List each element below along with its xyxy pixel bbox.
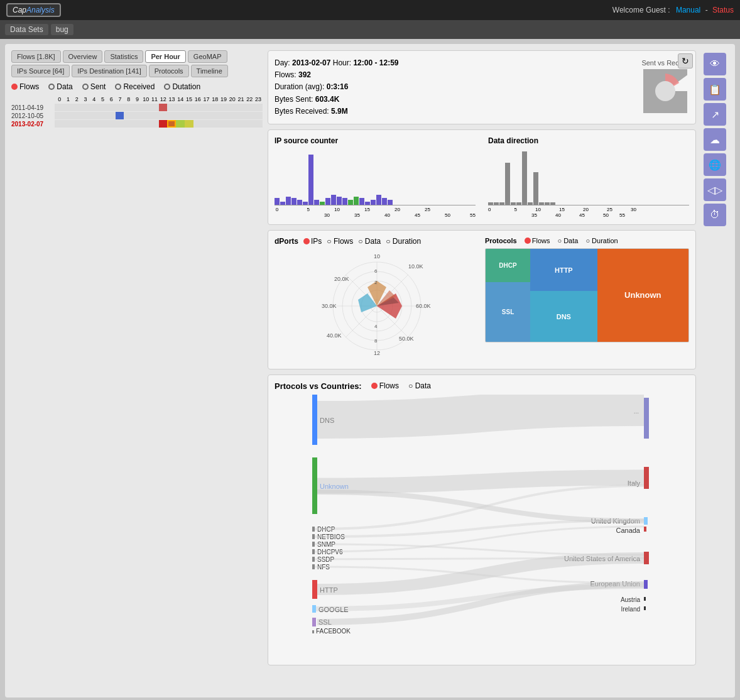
svg-rect-29 [312,534,315,539]
dports-duration-radio[interactable]: ○ Duration [386,237,421,246]
svg-rect-33 [312,549,315,554]
status-link[interactable]: Status [712,6,734,14]
manual-link[interactable]: Manual [676,6,700,14]
charts-row: IP source counter [268,129,696,225]
proto-data-radio[interactable]: ○ Data [557,237,578,244]
svg-rect-48 [644,398,649,439]
hour-value: 12:00 - 12:59 [353,58,398,67]
tab-flows[interactable]: Flows [1.8K] [11,50,61,63]
svg-rect-31 [312,542,315,547]
tab-bar: Flows [1.8K] Overview Statistics Per Hou… [11,50,263,77]
reload-button[interactable]: ↻ [678,53,693,68]
filter-sent[interactable]: Sent [82,82,106,91]
tab-overview[interactable]: Overview [63,50,103,63]
svg-text:60.0K: 60.0K [416,303,431,309]
nav-datasets[interactable]: Data Sets [5,24,48,35]
svg-rect-60 [644,597,646,601]
filter-dutation[interactable]: Dutation [164,82,200,91]
cloud-button[interactable]: ☁ [704,128,726,151]
sent-recv-pie [643,69,687,113]
svg-rect-52 [644,517,648,525]
svg-rect-27 [312,527,315,532]
svg-rect-50 [644,467,649,489]
dports-data-radio[interactable]: ○ Data [358,237,381,246]
bytes-recv-value: 5.9M [331,107,348,116]
radio-filter-bar: Flows Data Sent Received Dutation [11,82,263,91]
tab-geomap[interactable]: GeoMAP [188,50,227,63]
filter-sent-label: Sent [90,82,106,91]
share-button[interactable]: ↗ [704,103,726,126]
main-content: Flows [1.8K] Overview Statistics Per Hou… [5,44,735,697]
bytes-sent-value: 603.4K [315,95,340,104]
dports-title: dPorts IPs ○ Flows ○ Data ○ Duration [275,237,479,246]
heatmap-label-2013: 2013-02-07 [11,121,55,128]
svg-rect-62 [644,606,646,610]
right-panel: Day: 2013-02-07 Hour: 12:00 - 12:59 Flow… [268,50,696,691]
filter-received-label: Received [123,82,155,91]
info-text: Day: 2013-02-07 Hour: 12:00 - 12:59 Flow… [275,57,398,118]
icon-sidebar: 👁 📋 ↗ ☁ 🌐 ◁▷ ⏱ [701,50,729,691]
navbar: Data Sets bug [0,20,740,39]
tab-per-hour[interactable]: Per Hour [145,50,185,63]
proto-duration-radio[interactable]: ○ Duration [585,237,618,244]
svg-rect-25 [312,457,317,514]
nav-bug[interactable]: bug [51,24,73,35]
code-button[interactable]: ◁▷ [704,178,726,201]
tab-protocols[interactable]: Protocols [149,65,189,77]
tab-statistics[interactable]: Statistics [104,50,143,63]
heatmap-row-2011: 2011-04-19 [11,104,263,111]
logo: CapAnalysis [6,3,61,17]
ip-source-chart: IP source counter [275,136,476,218]
svg-text:12: 12 [373,350,379,356]
sidebar: Flows [1.8K] Overview Statistics Per Hou… [11,50,263,691]
dports-section: dPorts IPs ○ Flows ○ Data ○ Duration [275,237,479,363]
header-user-info: Welcome Guest : Manual - Status [612,6,734,14]
svg-rect-43 [312,618,316,626]
heatmap: 0 1 2 3 4 5 6 7 8 9 10 11 12 13 14 15 16… [11,96,263,128]
svg-rect-45 [312,630,314,633]
heatmap-row-2012: 2012-10-05 [11,112,263,119]
bytes-sent-label: Bytes Sent: [275,95,315,104]
data-radio-countries[interactable]: ○ Data [408,381,431,390]
svg-text:8: 8 [374,338,378,344]
logo-analysis: Analysis [26,6,55,14]
hour-label: Hour: [333,58,354,67]
duration-label: Duration (avg): [275,82,327,91]
svg-rect-39 [312,580,317,599]
filter-received[interactable]: Received [115,82,155,91]
protocols-title: Protocols Flows ○ Data ○ Duration [485,237,689,244]
treemap-ssl: SSL [486,282,530,342]
svg-text:FACEBOOK: FACEBOOK [316,628,351,635]
dports-flows-radio[interactable]: ○ Flows [327,237,353,246]
filter-data[interactable]: Data [48,82,72,91]
globe-button[interactable]: 🌐 [704,153,726,176]
clock-button[interactable]: ⏱ [704,204,726,226]
day-value: 2013-02-07 [292,58,330,67]
svg-text:Ireland: Ireland [621,606,640,613]
flows-radio-countries[interactable]: Flows [371,381,399,390]
tab-ips-dest[interactable]: IPs Destination [141] [72,65,147,77]
tab-ips-source[interactable]: IPs Source [64] [11,65,70,77]
file-button[interactable]: 📋 [704,78,726,101]
sent-radio-dot [82,84,89,90]
eye-button[interactable]: 👁 [704,53,726,75]
countries-panel: Prtocols vs Countries: Flows ○ Data DNS [268,375,696,665]
dutation-radio-dot [164,84,170,90]
filter-flows[interactable]: Flows [11,82,39,91]
protocols-section: Protocols Flows ○ Data ○ Duration DHCP S… [485,237,689,363]
heatmap-label-2012: 2012-10-05 [11,112,55,119]
svg-rect-35 [312,557,315,562]
dash-sep: - [705,6,708,14]
tab-timeline[interactable]: Timeline [191,65,228,77]
proto-flows-radio[interactable]: Flows [525,237,550,244]
flows-label: Flows: [275,70,298,79]
countries-label: Prtocols vs Countries: [275,381,362,391]
ip-source-title: IP source counter [275,136,476,145]
data-radio-dot [48,84,55,90]
sankey-svg: DNS Unknown DHCP NETBIOS SNMP DHCPV6 SSD… [275,395,689,659]
duration-value: 0:3:16 [327,82,349,91]
countries-flows-label: Flows [379,381,399,390]
protocols-label: Protocols [485,237,517,244]
dports-ips-radio[interactable]: IPs [303,237,322,246]
svg-text:6: 6 [374,268,378,274]
